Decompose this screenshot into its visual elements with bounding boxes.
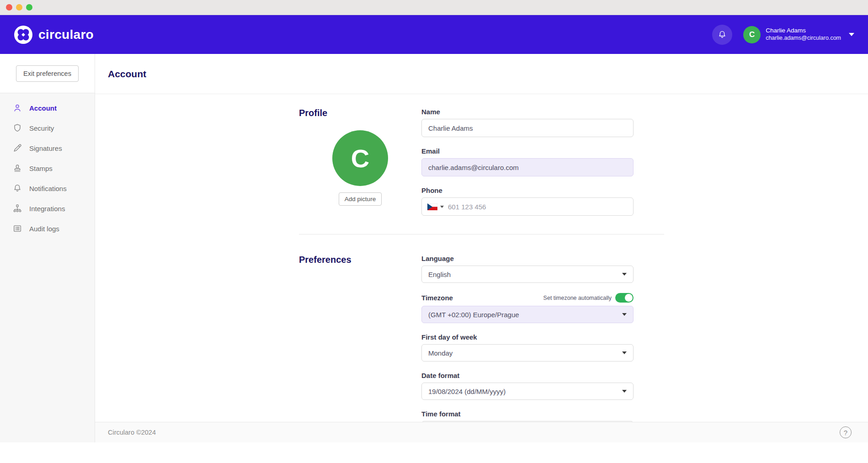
- time-format-label: Time format: [421, 410, 634, 418]
- section-divider: [299, 234, 664, 234]
- profile-heading: Profile: [299, 108, 421, 118]
- timezone-select: (GMT +02:00) Europe/Prague: [421, 306, 634, 323]
- sidebar-item-label: Signatures: [29, 144, 62, 152]
- sidebar-item-label: Security: [29, 124, 54, 132]
- sidebar-item-signatures[interactable]: Signatures: [0, 138, 95, 158]
- stamp-icon: [12, 163, 22, 173]
- preferences-sidebar: Exit preferences Account Security: [0, 54, 95, 442]
- profile-section: Profile C Add picture Name Email: [299, 108, 868, 216]
- name-field[interactable]: [421, 119, 634, 137]
- sitemap-icon: [12, 203, 22, 213]
- window-titlebar: [0, 0, 868, 15]
- timezone-label: Timezone: [421, 294, 453, 302]
- help-button[interactable]: ?: [840, 426, 852, 438]
- page-title: Account: [108, 69, 146, 80]
- app-header: circularo C Charlie Adams charlie.adams@…: [0, 15, 868, 54]
- user-menu[interactable]: C Charlie Adams charlie.adams@circularo.…: [743, 26, 854, 43]
- account-content: Profile C Add picture Name Email: [95, 94, 868, 422]
- date-format-value: 19/08/2024 (dd/MM/yyyy): [428, 388, 506, 395]
- sidebar-item-label: Notifications: [29, 185, 67, 192]
- first-day-label: First day of week: [421, 333, 634, 341]
- question-mark-icon: ?: [844, 429, 847, 436]
- sidebar-item-label: Integrations: [29, 205, 65, 213]
- bell-icon: [717, 30, 727, 40]
- bell-icon: [12, 183, 22, 193]
- minimize-window-button[interactable]: [16, 4, 22, 11]
- chevron-down-icon: [622, 351, 627, 354]
- chevron-down-icon: [849, 33, 854, 36]
- email-label: Email: [421, 147, 634, 155]
- timezone-auto-toggle[interactable]: [615, 293, 634, 303]
- email-field: [421, 158, 634, 176]
- timezone-auto-label: Set timezone automatically: [543, 295, 612, 301]
- list-icon: [12, 224, 22, 234]
- exit-preferences-button[interactable]: Exit preferences: [16, 65, 79, 82]
- phone-label: Phone: [421, 186, 634, 194]
- page-header: Account: [95, 54, 868, 94]
- sidebar-item-audit-logs[interactable]: Audit logs: [0, 218, 95, 239]
- czech-flag-icon[interactable]: [427, 203, 444, 210]
- sidebar-item-notifications[interactable]: Notifications: [0, 178, 95, 198]
- close-window-button[interactable]: [6, 4, 12, 11]
- notifications-button[interactable]: [712, 25, 732, 45]
- chevron-down-icon: [622, 273, 627, 276]
- preferences-section: Preferences Language English Timezone: [299, 255, 868, 422]
- shield-icon: [12, 123, 22, 133]
- name-label: Name: [421, 108, 634, 116]
- profile-avatar: C: [332, 130, 388, 186]
- sidebar-item-account[interactable]: Account: [0, 98, 95, 118]
- first-day-value: Monday: [428, 349, 453, 357]
- phone-field: [421, 197, 634, 216]
- sidebar-item-label: Audit logs: [29, 225, 59, 233]
- circularo-logo-icon: [14, 25, 33, 44]
- zoom-window-button[interactable]: [26, 4, 32, 11]
- date-format-label: Date format: [421, 372, 634, 379]
- user-name: Charlie Adams: [766, 27, 841, 35]
- preferences-heading: Preferences: [299, 255, 421, 265]
- date-format-select[interactable]: 19/08/2024 (dd/MM/yyyy): [421, 383, 634, 400]
- user-avatar: C: [743, 26, 761, 43]
- add-picture-button[interactable]: Add picture: [339, 192, 382, 206]
- sidebar-item-label: Account: [29, 104, 57, 112]
- language-label: Language: [421, 255, 634, 262]
- phone-input[interactable]: [447, 202, 628, 211]
- language-select[interactable]: English: [421, 266, 634, 283]
- sidebar-item-stamps[interactable]: Stamps: [0, 158, 95, 178]
- sidebar-item-security[interactable]: Security: [0, 118, 95, 138]
- copyright-text: Circularo ©2024: [108, 429, 156, 436]
- brand-wordmark: circularo: [38, 27, 94, 42]
- chevron-down-icon: [622, 313, 627, 316]
- language-value: English: [428, 271, 451, 278]
- chevron-down-icon: [440, 206, 444, 208]
- user-icon: [12, 103, 22, 113]
- pen-icon: [12, 143, 22, 153]
- first-day-select[interactable]: Monday: [421, 344, 634, 362]
- user-email: charlie.adams@circularo.com: [766, 35, 841, 42]
- timezone-value: (GMT +02:00) Europe/Prague: [428, 311, 519, 319]
- chevron-down-icon: [622, 390, 627, 393]
- sidebar-item-label: Stamps: [29, 165, 53, 172]
- sidebar-item-integrations[interactable]: Integrations: [0, 198, 95, 218]
- footer: Circularo ©2024 ?: [95, 422, 868, 442]
- brand-logo[interactable]: circularo: [14, 25, 94, 44]
- sidebar-nav: Account Security Signatures: [0, 93, 95, 239]
